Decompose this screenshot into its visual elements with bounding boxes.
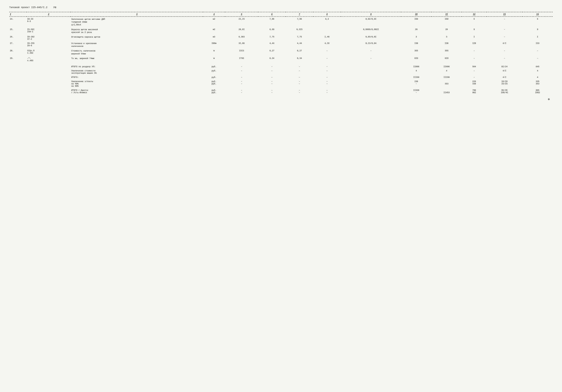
total-row: ИТОГО г.Братск г.Усть–Илимск руб. руб. –…	[9, 88, 553, 94]
row-col11: 355	[431, 48, 462, 56]
row-col11: I68	[431, 17, 462, 27]
row-col12: I	[462, 34, 486, 41]
table-row: 24. IO–34 6–3 Заполнение щитов мягкими Д…	[9, 17, 553, 27]
total-col5: –	[225, 75, 258, 79]
row-col6: 0,27	[258, 48, 286, 56]
row-col9: 0,I3/0,04	[341, 41, 401, 48]
row-col7: 0,3I5	[286, 27, 313, 34]
total-col14: 645	[522, 64, 553, 68]
total-unit: руб.	[203, 68, 225, 75]
total-unit: руб.	[203, 75, 225, 79]
total-col7: –	[286, 75, 313, 79]
total-col9	[341, 64, 401, 68]
row-col13: 4/I	[487, 41, 522, 48]
row-code: I5–56I I59–I	[27, 27, 71, 34]
row-col10: 6IO	[401, 56, 431, 62]
row-col6: 7,75	[258, 34, 286, 41]
total-col10: 4	[401, 68, 431, 75]
row-col6: 7,96	[258, 17, 286, 27]
total-col14: 4	[522, 68, 553, 75]
row-desc: Установка и крепление наличников	[71, 41, 203, 48]
total-num	[9, 64, 27, 68]
row-col13: –	[487, 17, 522, 27]
row-col11: 20	[431, 27, 462, 34]
header-col-3: 3	[71, 12, 203, 17]
footer-symbol: ⚙	[548, 98, 550, 101]
header-col-7: 7	[286, 12, 313, 17]
total-unit: руб.	[203, 64, 225, 68]
total-col12: 790 902	[462, 88, 486, 94]
row-col9: –	[341, 56, 401, 62]
row-col14: –	[522, 48, 553, 56]
total-col9	[341, 68, 401, 75]
row-desc: Заполнение щитов мягкими ДВП толщиной 16…	[71, 17, 203, 27]
row-col8: 0,3	[313, 17, 341, 27]
row-col13: –	[487, 34, 522, 41]
total-col6: – –	[258, 79, 286, 88]
row-col5: I793	[225, 56, 258, 62]
row-col6: 0,69	[258, 27, 286, 34]
row-col7: 7,96	[286, 17, 313, 27]
total-col14: 335 353	[522, 79, 553, 88]
row-col8: –	[313, 48, 341, 56]
row-col5: 2I,I5	[225, 17, 258, 27]
row-num: 26.	[9, 34, 27, 41]
table-header-row: I 2 3 4 5 6 7 8 9 IO II I2 I3 I4	[9, 12, 553, 17]
row-col8: –	[313, 56, 341, 62]
row-unit: I00м	[203, 41, 225, 48]
row-col11: 3	[431, 34, 462, 41]
total-col11: 353	[431, 79, 462, 88]
total-col6: – –	[258, 88, 286, 94]
row-desc: Стоимость наличников шириной 54мм	[71, 48, 203, 56]
table-row: 25. I5–56I I59–I Окраска щитов масляной …	[9, 27, 553, 34]
row-unit: м2	[203, 17, 225, 27]
row-col10: I38	[401, 41, 431, 48]
row-desc: Окраска щитов масляной краской за 2 раза	[71, 27, 203, 34]
total-num	[9, 88, 27, 94]
row-col8: I,48	[313, 34, 341, 41]
row-col12: I29	[462, 41, 486, 48]
total-num	[9, 79, 27, 88]
header-col-8: 8	[313, 12, 341, 17]
total-col9	[341, 75, 401, 79]
row-col8: 4,I6	[313, 41, 341, 48]
header-col-1: I	[9, 12, 27, 17]
total-col6: –	[258, 75, 286, 79]
total-col10: 236 –	[401, 79, 431, 88]
total-col12: –	[462, 68, 486, 75]
total-col11: IIIO0	[431, 75, 462, 79]
row-code: IO–34 6–3	[27, 17, 71, 27]
total-unit: руб. руб.	[203, 79, 225, 88]
total-col11: II453	[431, 88, 462, 94]
total-row: ИТОГО: руб. – – – – IIIO0 IIIO0 – 4/I 4	[9, 75, 553, 79]
table-row: 28. ССЦч.П п.492 Стоимость наличников ши…	[9, 48, 553, 56]
row-code: IO–202 37–2	[27, 34, 71, 41]
row-col6: 4,44	[258, 41, 286, 48]
header-col-13: I3	[487, 12, 522, 17]
row-unit: м3	[203, 34, 225, 41]
row-col12: –	[462, 48, 486, 56]
total-col11: 4	[431, 68, 462, 75]
row-col13: –	[487, 48, 522, 56]
row-col13: –	[487, 27, 522, 34]
row-num: 24.	[9, 17, 27, 27]
total-row: Увеличение стоимости эксплуатации машин …	[9, 68, 553, 75]
row-col10: 3	[401, 34, 431, 41]
row-unit: м	[203, 56, 225, 62]
total-num	[9, 68, 27, 75]
row-num: 28.	[9, 48, 27, 56]
total-col6: –	[258, 68, 286, 75]
header-col-11: II	[431, 12, 462, 17]
row-col12: –	[462, 56, 486, 62]
total-col7: –	[286, 64, 313, 68]
header-col-12: I2	[462, 12, 486, 17]
row-col11: I38	[431, 41, 462, 48]
table-row: 27. IO–I55 29–6 Установка и крепление на…	[9, 41, 553, 48]
row-col14: –	[522, 56, 553, 62]
row-col14: I33	[522, 41, 553, 48]
row-col8	[313, 27, 341, 34]
total-label: ИТОГО по разделу УП:	[71, 64, 203, 68]
row-col5: 28,8I	[225, 27, 258, 34]
total-code	[27, 64, 71, 68]
row-code: ССЦч.П п.492	[27, 48, 71, 56]
